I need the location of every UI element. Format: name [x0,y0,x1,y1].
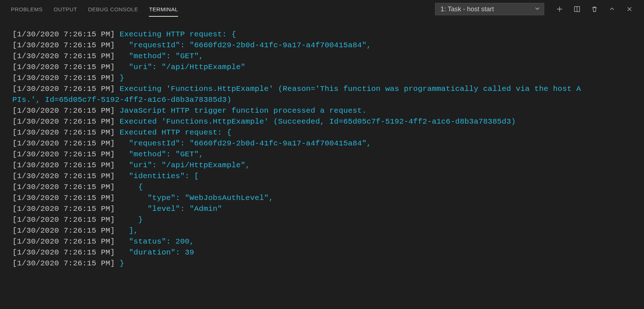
log-line: [1/30/2020 7:26:15 PM] } [12,258,644,269]
log-line: PIs.', Id=65d05c7f-5192-4ff2-a1c6-d8b3a7… [12,95,644,105]
log-line: [1/30/2020 7:26:15 PM] "level": "Admin" [12,204,644,214]
tab-problems[interactable]: PROBLEMS [11,2,43,17]
log-line: [1/30/2020 7:26:15 PM] "status": 200, [12,236,644,247]
terminal-output[interactable]: [1/30/2020 7:26:15 PM] Executing HTTP re… [0,18,644,269]
log-line: [1/30/2020 7:26:15 PM] Executing 'Functi… [12,84,644,95]
new-terminal-button[interactable] [552,3,567,15]
log-line: [1/30/2020 7:26:15 PM] "requestId": "666… [12,138,644,149]
chevron-up-icon [608,5,616,13]
chevron-down-icon [534,5,540,13]
panel-tabs: PROBLEMS OUTPUT DEBUG CONSOLE TERMINAL [11,2,178,17]
plus-icon [556,5,563,13]
tab-output[interactable]: OUTPUT [54,2,77,17]
terminal-selector[interactable]: 1: Task - host start [435,3,544,15]
close-icon [626,5,633,13]
log-line: [1/30/2020 7:26:15 PM] "identities": [ [12,171,644,182]
log-line: [1/30/2020 7:26:15 PM] "uri": "/api/Http… [12,62,644,73]
panel-header: PROBLEMS OUTPUT DEBUG CONSOLE TERMINAL 1… [0,0,644,18]
split-icon [573,5,581,13]
log-line: [1/30/2020 7:26:15 PM] "method": "GET", [12,51,644,62]
kill-terminal-button[interactable] [587,3,602,15]
log-line: [1/30/2020 7:26:15 PM] Executed 'Functio… [12,116,644,127]
log-line: [1/30/2020 7:26:15 PM] } [12,214,644,225]
log-line: [1/30/2020 7:26:15 PM] JavaScript HTTP t… [12,105,644,116]
log-line: [1/30/2020 7:26:15 PM] "uri": "/api/Http… [12,160,644,171]
trash-icon [591,5,598,13]
maximize-panel-button[interactable] [605,3,619,15]
log-line: [1/30/2020 7:26:15 PM] "type": "WebJobsA… [12,193,644,204]
log-line: [1/30/2020 7:26:15 PM] "method": "GET", [12,149,644,160]
tab-terminal[interactable]: TERMINAL [149,2,178,17]
log-line: [1/30/2020 7:26:15 PM] "duration": 39 [12,247,644,258]
close-panel-button[interactable] [622,3,637,15]
log-line: [1/30/2020 7:26:15 PM] Executing HTTP re… [12,29,644,40]
log-line: [1/30/2020 7:26:15 PM] Executed HTTP req… [12,127,644,138]
log-line: [1/30/2020 7:26:15 PM] { [12,182,644,193]
log-line: [1/30/2020 7:26:15 PM] ], [12,225,644,236]
log-line: [1/30/2020 7:26:15 PM] "requestId": "666… [12,40,644,51]
log-line: [1/30/2020 7:26:15 PM] } [12,73,644,84]
terminal-selector-label: 1: Task - host start [440,5,494,13]
split-terminal-button[interactable] [570,3,584,15]
tab-debug-console[interactable]: DEBUG CONSOLE [88,2,138,17]
